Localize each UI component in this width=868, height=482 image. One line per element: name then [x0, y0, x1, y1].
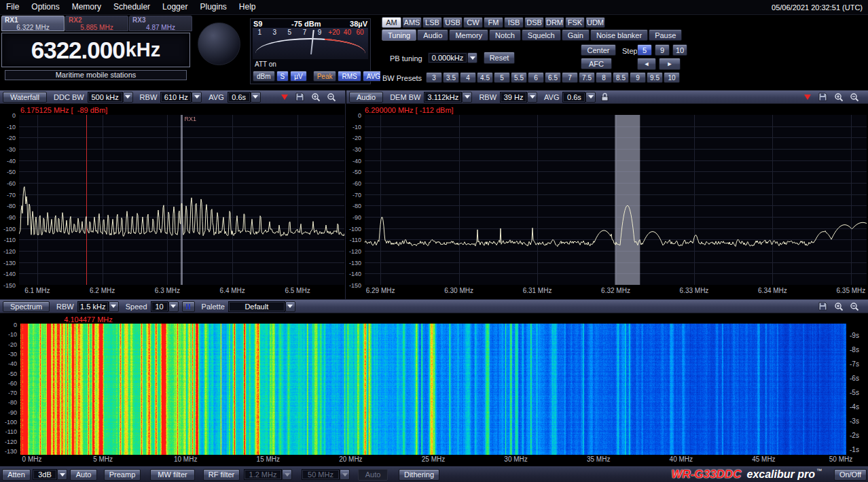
- step-button[interactable]: 10: [672, 44, 687, 56]
- palette-dropdown[interactable]: Default: [228, 301, 285, 312]
- onoff-button[interactable]: On/Off: [834, 469, 867, 481]
- mw-filter-button[interactable]: MW filter: [150, 469, 195, 481]
- bw-preset-button[interactable]: 4: [460, 72, 476, 83]
- tuning-knob[interactable]: [198, 22, 240, 65]
- mode-button[interactable]: DSB: [524, 17, 544, 28]
- rx-channel-tab[interactable]: RX1 6.322 MHz: [1, 16, 65, 31]
- mode-button[interactable]: FM: [484, 17, 503, 28]
- pb-tuning-reset-button[interactable]: Reset: [484, 52, 515, 64]
- dropdown-arrow[interactable]: [57, 469, 67, 480]
- bw-preset-button[interactable]: 6: [528, 72, 544, 83]
- menu-item[interactable]: Help: [233, 0, 262, 15]
- rbw-dropdown[interactable]: 610 Hz: [160, 92, 192, 103]
- step-down-button[interactable]: ◄: [637, 58, 656, 70]
- atten-value-dropdown[interactable]: 3dB: [33, 469, 57, 480]
- menu-item[interactable]: Options: [25, 0, 65, 15]
- dropdown-arrow[interactable]: [251, 92, 261, 103]
- dropdown-arrow[interactable]: [462, 92, 472, 103]
- audio-spectrum-canvas[interactable]: [365, 115, 867, 285]
- spectrum-view-tab[interactable]: Spectrum: [3, 301, 50, 312]
- bw-preset-button[interactable]: 9: [630, 72, 646, 83]
- bw-preset-button[interactable]: 3.5: [443, 72, 459, 83]
- mode-button[interactable]: CW: [463, 17, 483, 28]
- dithering-button[interactable]: Dithering: [399, 469, 439, 481]
- bw-preset-button[interactable]: 4.5: [477, 72, 493, 83]
- bw-preset-button[interactable]: 6.5: [545, 72, 561, 83]
- demod-tab[interactable]: Noise blanker: [590, 29, 648, 41]
- ddc-bw-dropdown[interactable]: 500 kHz: [88, 92, 123, 103]
- rx-channel-tab[interactable]: RX2 5.885 MHz: [65, 16, 128, 31]
- waterfall-canvas[interactable]: [20, 324, 846, 455]
- demod-tab[interactable]: Pause: [649, 29, 682, 41]
- mode-button[interactable]: LSB: [422, 17, 442, 28]
- rbw-dropdown[interactable]: 39 Hz: [500, 92, 527, 103]
- mode-button[interactable]: UDM: [585, 17, 605, 28]
- bw-preset-button[interactable]: 5.5: [511, 72, 527, 83]
- rx-channel-tab[interactable]: RX3 4.87 MHz: [129, 16, 192, 31]
- demod-tab[interactable]: Gain: [562, 29, 590, 41]
- menu-item[interactable]: File: [0, 0, 25, 15]
- preamp-button[interactable]: Preamp: [104, 469, 141, 481]
- atten-button[interactable]: Atten: [2, 469, 31, 481]
- frequency-display[interactable]: 6322.000 kHz: [1, 33, 190, 67]
- demod-tab[interactable]: Squelch: [522, 29, 561, 41]
- avg-dropdown[interactable]: 0.6s: [228, 92, 251, 103]
- mode-button[interactable]: ISB: [504, 17, 524, 28]
- menu-item[interactable]: Logger: [156, 0, 194, 15]
- bw-preset-button[interactable]: 7.5: [579, 72, 595, 83]
- mode-button[interactable]: AM: [382, 17, 401, 28]
- dropdown-arrow[interactable]: [109, 301, 119, 312]
- dropdown-arrow[interactable]: [527, 92, 537, 103]
- marker-color-button[interactable]: [801, 92, 813, 102]
- mode-button[interactable]: FSK: [565, 17, 585, 28]
- avg-dropdown[interactable]: 0.6s: [562, 92, 585, 103]
- pb-tuning-input[interactable]: 0.000kHz: [428, 52, 467, 63]
- dropdown-arrow[interactable]: [585, 92, 596, 103]
- s-meter-unit-button[interactable]: µV: [290, 71, 306, 82]
- rf-filter-button[interactable]: RF filter: [203, 469, 240, 481]
- dem-bw-dropdown[interactable]: 3.112kHz: [424, 92, 462, 103]
- demod-tab[interactable]: Memory: [449, 29, 488, 41]
- bw-preset-button[interactable]: 8.5: [613, 72, 629, 83]
- audio-view-tab[interactable]: Audio: [349, 92, 383, 103]
- waterfall-view-tab[interactable]: Waterfall: [3, 92, 47, 103]
- zoom-in-button[interactable]: [310, 92, 321, 102]
- s-meter-unit-button[interactable]: Peak: [313, 71, 337, 82]
- bw-preset-button[interactable]: 7: [562, 72, 578, 83]
- save-button[interactable]: [817, 301, 829, 311]
- marker-color-button[interactable]: [278, 92, 290, 102]
- demod-tab[interactable]: Audio: [417, 29, 448, 41]
- zoom-in-button[interactable]: [833, 301, 844, 311]
- menu-item[interactable]: Scheduler: [107, 0, 156, 15]
- pb-tuning-dropdown-arrow[interactable]: [467, 52, 477, 63]
- s-meter-unit-button[interactable]: RMS: [338, 71, 361, 82]
- demod-tab[interactable]: Tuning: [382, 29, 416, 41]
- demod-tab[interactable]: Notch: [489, 29, 521, 41]
- step-button[interactable]: 5: [637, 44, 652, 56]
- atten-auto-button[interactable]: Auto: [70, 469, 97, 481]
- dropdown-arrow[interactable]: [123, 92, 133, 103]
- step-up-button[interactable]: ►: [659, 58, 681, 70]
- ddc-spectrum-canvas[interactable]: [19, 115, 344, 285]
- s-meter-unit-button[interactable]: dBm: [253, 71, 275, 82]
- speed-dropdown[interactable]: 10: [151, 301, 168, 312]
- dropdown-arrow[interactable]: [192, 92, 202, 103]
- zoom-out-button[interactable]: [325, 92, 337, 102]
- afc-button[interactable]: AFC: [581, 58, 612, 69]
- lock-button[interactable]: [599, 92, 611, 102]
- bw-preset-button[interactable]: 3: [426, 72, 442, 83]
- step-button[interactable]: 9: [655, 44, 670, 56]
- pause-button[interactable]: [182, 301, 195, 312]
- bw-preset-button[interactable]: 10: [664, 72, 680, 83]
- bw-preset-button[interactable]: 8: [596, 72, 612, 83]
- mode-button[interactable]: USB: [443, 17, 463, 28]
- dropdown-arrow[interactable]: [285, 301, 295, 312]
- s-meter-unit-button[interactable]: S: [276, 71, 289, 82]
- zoom-in-button[interactable]: [833, 92, 844, 102]
- zoom-out-button[interactable]: [848, 92, 860, 102]
- menu-item[interactable]: Plugins: [194, 0, 232, 15]
- rbw-dropdown[interactable]: 1.5 kHz: [77, 301, 109, 312]
- zoom-out-button[interactable]: [848, 301, 860, 311]
- save-button[interactable]: [817, 92, 829, 102]
- mode-button[interactable]: DRM: [545, 17, 564, 28]
